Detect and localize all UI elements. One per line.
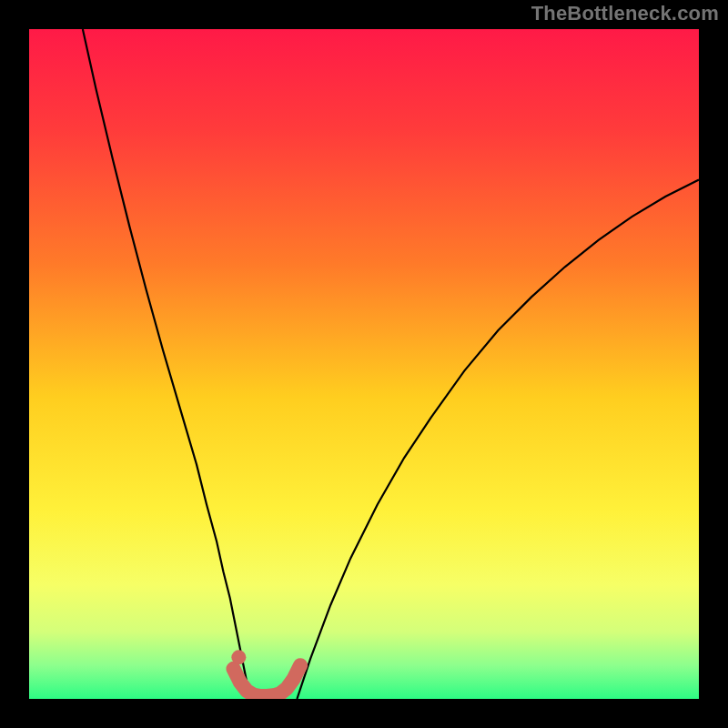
bottleneck-plot bbox=[29, 29, 699, 699]
valley-dot bbox=[231, 650, 246, 664]
attribution-text: TheBottleneck.com bbox=[531, 2, 719, 25]
gradient-background bbox=[29, 29, 699, 699]
chart-stage: TheBottleneck.com bbox=[0, 0, 728, 728]
